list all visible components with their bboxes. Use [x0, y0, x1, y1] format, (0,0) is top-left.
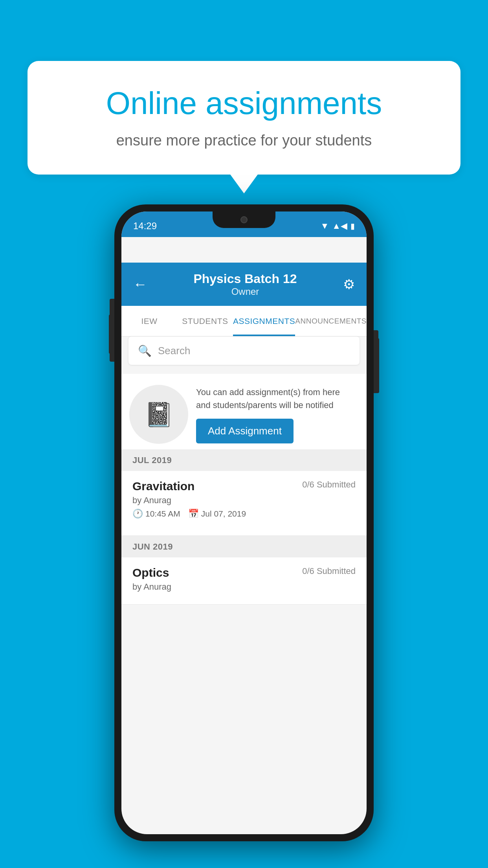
assignment-row-top-optics: Optics 0/6 Submitted [132, 566, 356, 579]
search-bar[interactable]: 🔍 Search [128, 337, 360, 365]
volume-down-button [110, 334, 114, 362]
tab-assignments-label: ASSIGNMENTS [233, 316, 295, 326]
signal-icon: ▲◀ [332, 221, 347, 231]
date-value-gravitation: Jul 07, 2019 [201, 509, 246, 519]
section-label-jun: JUN 2019 [132, 542, 173, 552]
assignment-by-gravitation: by Anurag [132, 495, 356, 506]
status-time: 14:29 [133, 221, 157, 232]
tab-iew[interactable]: IEW [121, 306, 177, 336]
speech-bubble: Online assignments ensure more practice … [28, 61, 460, 175]
wifi-icon: ▼ [320, 221, 329, 231]
add-assignment-button[interactable]: Add Assignment [196, 419, 294, 443]
tab-announcements[interactable]: ANNOUNCEMENTS [295, 306, 367, 336]
volume-up-button [110, 299, 114, 326]
section-label-jul: JUL 2019 [132, 455, 172, 465]
tab-students-label: STUDENTS [182, 316, 228, 326]
phone-container: 14:29 ▼ ▲◀ ▮ ← Physics Batch 12 Owner ⚙ [114, 204, 374, 841]
meta-date-gravitation: 📅 Jul 07, 2019 [188, 509, 246, 519]
search-icon: 🔍 [138, 344, 152, 357]
assignment-submitted-optics: 0/6 Submitted [302, 566, 356, 576]
promo-icon-circle: 📓 [129, 385, 188, 444]
header-title: Physics Batch 12 [193, 272, 297, 286]
header-subtitle: Owner [193, 286, 297, 297]
promo-card: 📓 You can add assignment(s) from here an… [121, 374, 367, 455]
bubble-title: Online assignments [59, 85, 429, 122]
calendar-icon: 📅 [188, 509, 199, 519]
bubble-subtitle: ensure more practice for your students [59, 130, 429, 151]
assignment-meta-gravitation: 🕐 10:45 AM 📅 Jul 07, 2019 [132, 509, 356, 519]
tab-announcements-label: ANNOUNCEMENTS [295, 317, 367, 326]
promo-description: You can add assignment(s) from here and … [196, 386, 356, 412]
front-camera [240, 216, 248, 223]
back-button[interactable]: ← [133, 276, 147, 292]
assignment-item-optics[interactable]: Optics 0/6 Submitted by Anurag [121, 557, 367, 605]
tab-iew-label: IEW [141, 316, 157, 326]
header-center: Physics Batch 12 Owner [193, 272, 297, 297]
phone-screen: 14:29 ▼ ▲◀ ▮ ← Physics Batch 12 Owner ⚙ [121, 211, 367, 834]
tabs-bar: IEW STUDENTS ASSIGNMENTS ANNOUNCEMENTS [121, 306, 367, 337]
screen-content: ← Physics Batch 12 Owner ⚙ IEW STUDENTS [121, 237, 367, 834]
power-button [374, 330, 378, 377]
notch [213, 211, 275, 228]
speech-bubble-area: Online assignments ensure more practice … [28, 61, 460, 175]
meta-time-gravitation: 🕐 10:45 AM [132, 509, 180, 519]
assignment-item-gravitation[interactable]: Gravitation 0/6 Submitted by Anurag 🕐 10… [121, 471, 367, 536]
notebook-icon: 📓 [144, 401, 174, 428]
assignment-row-top: Gravitation 0/6 Submitted [132, 480, 356, 493]
app-header: ← Physics Batch 12 Owner ⚙ [121, 263, 367, 306]
tab-assignments[interactable]: ASSIGNMENTS [233, 306, 295, 336]
phone-shell: 14:29 ▼ ▲◀ ▮ ← Physics Batch 12 Owner ⚙ [114, 204, 374, 841]
status-icons: ▼ ▲◀ ▮ [320, 221, 355, 231]
settings-icon[interactable]: ⚙ [343, 276, 355, 292]
promo-content: You can add assignment(s) from here and … [196, 386, 356, 443]
section-header-jun: JUN 2019 [121, 536, 367, 557]
search-placeholder: Search [158, 345, 190, 357]
assignment-submitted-gravitation: 0/6 Submitted [302, 480, 356, 490]
time-value-gravitation: 10:45 AM [145, 509, 180, 519]
section-header-jul: JUL 2019 [121, 449, 367, 471]
assignment-by-optics: by Anurag [132, 582, 356, 592]
clock-icon: 🕐 [132, 509, 143, 519]
assignment-name-optics: Optics [132, 566, 169, 579]
assignment-name-gravitation: Gravitation [132, 480, 194, 493]
tab-students[interactable]: STUDENTS [177, 306, 233, 336]
battery-icon: ▮ [350, 221, 355, 231]
